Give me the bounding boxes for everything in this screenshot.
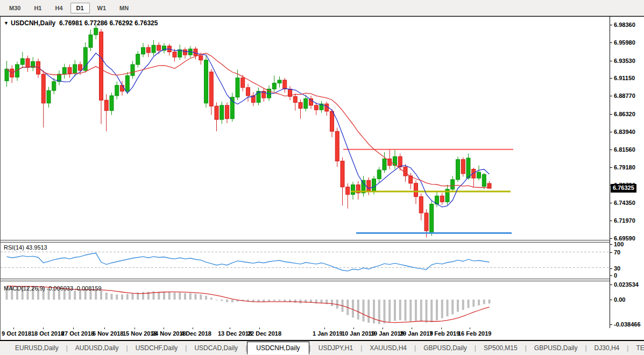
price-axis-label: 6.74350 [614,200,635,206]
chart-tab-usdcnh-daily[interactable]: USDCNH,Daily [247,342,309,354]
candle-down [424,213,428,231]
timeframe-button-m30[interactable]: M30 [3,3,26,13]
price-axis-tick [610,78,612,79]
price-axis-tick [610,96,612,96]
date-label: 7 Feb 2019 [429,330,459,337]
candle-down [241,78,245,88]
price-axis-tick [610,25,612,25]
candle-up [272,83,276,89]
timeframe-button-w1[interactable]: W1 [91,3,112,13]
date-axis[interactable]: 9 Oct 201818 Oct 201827 Oct 20186 Nov 20… [1,328,610,339]
macd-histogram-bar [373,300,375,323]
chart-tab-audusd-daily[interactable]: AUDUSD,Daily [68,342,126,354]
date-label: 1 Jan 2019 [313,330,343,337]
candle-down [346,187,350,195]
chart-window: 9 Oct 201818 Oct 201827 Oct 20186 Nov 20… [0,16,644,340]
chart-tab-usdjpy-h1[interactable]: USDJPY,H1 [311,342,360,354]
candle-down [330,111,334,131]
chart-tab-eurusd-daily[interactable]: EURUSD,Daily [8,342,66,354]
timeframe-button-h1[interactable]: H1 [28,3,47,13]
candle-down [79,65,82,70]
chart-tab-gbpusd-daily[interactable]: GBPUSD,Daily [416,342,475,354]
chart-tab-xauusd-h4[interactable]: XAUUSD,H4 [362,342,414,354]
price-axis[interactable]: 6.76325 6.983606.959806.935306.911506.88… [610,17,644,328]
macd-histogram-bar [268,300,270,302]
chart-tab-sp500-m15[interactable]: SP500,M15 [476,342,525,354]
macd-histogram-bar [174,293,176,300]
price-chart-panel[interactable] [1,17,609,240]
candle-down [41,74,45,103]
macd-histogram-bar [426,300,428,323]
candle-up [372,179,376,190]
macd-histogram-bar [405,300,407,321]
macd-histogram-bar [200,294,202,300]
macd-histogram-bar [441,300,443,318]
chart-tab-dj30-h4[interactable]: DJ30,H4 [587,342,627,354]
timeframe-button-mn[interactable]: MN [114,3,135,13]
macd-histogram-bar [294,300,296,303]
macd-axis-label: 0.00 [614,296,625,303]
candle-up [204,60,208,103]
macd-histogram-bar [168,292,171,300]
candle-up [62,67,66,74]
chart-tab-usdcad-daily[interactable]: USDCAD,Daily [187,342,245,354]
timeframe-button-h4[interactable]: H4 [49,3,68,13]
rsi-axis-label: 30 [614,265,620,272]
candle-down [157,45,161,51]
candle-down [404,167,407,176]
candle-up [83,47,87,70]
macd-histogram-bar [489,300,491,303]
chart-ohlc-values: 6.76981 6.77286 6.76292 6.76325 [59,19,158,27]
candle-down [367,180,371,190]
price-axis-label: 6.91150 [614,75,635,81]
price-axis-tick [610,238,612,239]
date-label: 18 Oct 2018 [31,330,64,337]
ma-slow-line [7,53,490,188]
macd-histogram-bar [226,300,228,302]
candle-up [110,96,114,111]
rsi-panel[interactable] [1,243,609,279]
candle-down [299,102,302,108]
rsi-axis-label: 100 [614,241,624,247]
candle-up [47,90,51,103]
date-tick [441,328,442,329]
date-tick [104,328,105,329]
timeframe-button-d1[interactable]: D1 [70,3,90,13]
candle-up [125,76,129,91]
chart-tab-gbpusd-daily[interactable]: GBPUSD,Daily [527,342,585,354]
macd-histogram-bar [367,300,370,323]
date-label: 29 Jan 2019 [400,330,433,337]
candle-up [477,172,481,178]
date-tick [259,328,260,329]
macd-histogram-bar [447,300,449,316]
candle-down [461,160,465,174]
candle-down [209,72,213,106]
price-axis-label: 6.88770 [614,93,635,99]
macd-histogram-bar [74,290,76,300]
candle-up [451,180,455,189]
chart-dropdown-icon[interactable]: ▼ [4,20,9,26]
macd-histogram-bar [231,300,233,302]
macd-histogram-bar [284,300,286,302]
chart-title: ▼USDCNH,Daily 6.76981 6.77286 6.76292 6.… [4,19,158,27]
price-axis-label: 6.83940 [614,129,635,135]
chart-tab-tech100-h1[interactable]: TECH100,H1 [628,342,644,354]
macd-histogram-bar [132,293,134,300]
candle-up [430,204,434,233]
macd-label: MACD(12,26,9) -0.006033 -0.008159 [4,285,102,292]
rsi-axis-label: 0 [614,272,617,279]
candle-up [236,78,239,97]
chart-tab-usdchf-daily[interactable]: USDCHF,Daily [128,342,186,354]
candle-down [419,197,423,213]
candle-down [26,59,30,68]
candle-up [304,98,308,108]
date-label: 4 Dec 2018 [181,330,211,337]
date-label: 16 Feb 2019 [458,330,491,337]
candle-down [440,196,444,202]
rsi-axis-tick [610,252,612,253]
chart-panels[interactable]: 9 Oct 201818 Oct 201827 Oct 20186 Nov 20… [0,17,610,340]
rsi-axis-label: 70 [614,249,620,255]
candle-up [5,69,9,81]
macd-histogram-bar [478,300,480,306]
candle-up [383,159,386,170]
